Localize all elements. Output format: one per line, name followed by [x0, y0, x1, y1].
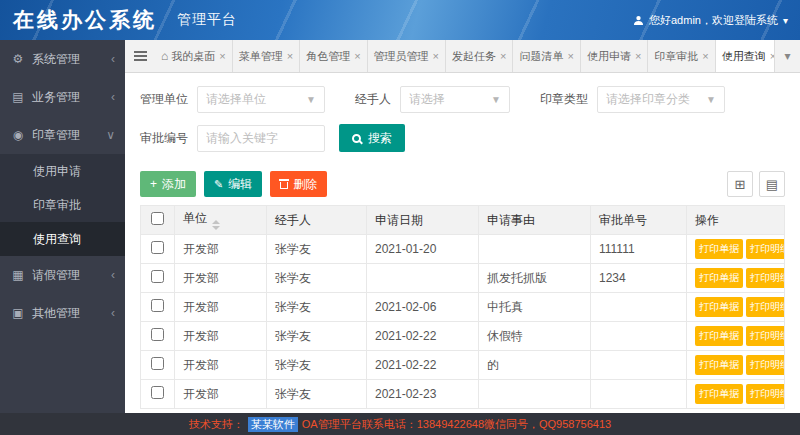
delete-button[interactable]: 删除	[270, 171, 327, 197]
select-all-checkbox[interactable]	[151, 212, 164, 225]
sidebar-item-label: 印章管理	[32, 127, 80, 144]
seal-type-select[interactable]: 请选择印章分类 ▼	[597, 86, 725, 113]
print-icon: ▤	[766, 177, 778, 192]
print-receipt-button[interactable]: 打印单据	[695, 355, 743, 375]
cell-date: 2021-02-22	[367, 351, 479, 380]
app-title: 在线办公系统	[0, 6, 157, 34]
footer-bar: 技术支持： 某某软件 OA管理平台联系电话：13849422648微信同号，QQ…	[0, 413, 800, 435]
sidebar-item-use-query[interactable]: 使用查询	[0, 222, 125, 256]
print-receipt-button[interactable]: 打印单据	[695, 297, 743, 317]
row-checkbox[interactable]	[151, 386, 164, 399]
cell-approval-no	[591, 351, 687, 380]
print-receipt-button[interactable]: 打印单据	[695, 239, 743, 259]
chevron-down-icon: ∨	[106, 128, 115, 142]
sidebar-item-business[interactable]: ▤ 业务管理 ‹	[0, 78, 125, 116]
tab-bar: ⌂ 我的桌面 × 菜单管理 × 角色管理 × 管理员管理 × 发起任务	[125, 40, 800, 73]
handler-label: 经手人	[355, 91, 391, 108]
support-prefix: 技术支持：	[189, 417, 244, 432]
sidebar: ⚙ 系统管理 ‹ ▤ 业务管理 ‹ ◉ 印章管理 ∨ 使用申请 印章审批 使用查…	[0, 40, 125, 413]
print-export-button[interactable]: ▤	[759, 171, 785, 197]
close-icon[interactable]: ×	[500, 50, 506, 62]
sidebar-item-seal[interactable]: ◉ 印章管理 ∨	[0, 116, 125, 154]
close-icon[interactable]: ×	[433, 50, 439, 62]
print-detail-button[interactable]: 打印明细	[746, 268, 785, 288]
search-button[interactable]: 搜索	[339, 124, 405, 152]
plus-icon: +	[150, 177, 157, 191]
user-menu[interactable]: 您好admin，欢迎登陆系统 ▾	[633, 13, 800, 28]
print-detail-button[interactable]: 打印明细	[746, 384, 785, 404]
print-detail-button[interactable]: 打印明细	[746, 239, 785, 259]
close-icon[interactable]: ×	[219, 50, 225, 62]
cell-unit: 开发部	[175, 380, 267, 409]
sidebar-item-system[interactable]: ⚙ 系统管理 ‹	[0, 40, 125, 78]
unit-select[interactable]: 请选择单位 ▼	[197, 86, 325, 113]
tab-role-mgmt[interactable]: 角色管理 ×	[300, 40, 367, 72]
print-detail-button[interactable]: 打印明细	[746, 297, 785, 317]
tab-issue-list[interactable]: 问题清单 ×	[513, 40, 580, 72]
cell-handler: 张学友	[267, 380, 367, 409]
cell-handler: 张学友	[267, 264, 367, 293]
cell-date: 2021-02-06	[367, 293, 479, 322]
search-icon	[352, 134, 361, 143]
print-receipt-button[interactable]: 打印单据	[695, 326, 743, 346]
vendor-name: 某某软件	[248, 417, 298, 432]
sidebar-item-use-apply[interactable]: 使用申请	[0, 154, 125, 188]
row-checkbox[interactable]	[151, 270, 164, 283]
filter-panel: 管理单位 请选择单位 ▼ 经手人 请选择 ▼ 印	[125, 73, 800, 165]
print-receipt-button[interactable]: 打印单据	[695, 268, 743, 288]
sidebar-item-other[interactable]: ▣ 其他管理 ‹	[0, 294, 125, 332]
sort-icon[interactable]	[212, 220, 220, 230]
cell-date: 2021-02-23	[367, 380, 479, 409]
unit-label: 管理单位	[140, 91, 188, 108]
cell-reason	[479, 380, 591, 409]
grid-icon: ⊞	[735, 177, 746, 192]
tab-menu-mgmt[interactable]: 菜单管理 ×	[233, 40, 300, 72]
tab-desktop[interactable]: ⌂ 我的桌面 ×	[155, 40, 233, 72]
tab-start-task[interactable]: 发起任务 ×	[446, 40, 513, 72]
close-icon[interactable]: ×	[354, 50, 360, 62]
cell-approval-no	[591, 380, 687, 409]
cell-approval-no: 111111	[591, 235, 687, 264]
cell-reason: 的	[479, 351, 591, 380]
chevron-down-icon: ▾	[783, 15, 788, 26]
cell-handler: 张学友	[267, 322, 367, 351]
handler-select[interactable]: 请选择 ▼	[400, 86, 510, 113]
approval-no-input[interactable]	[197, 125, 325, 152]
row-checkbox[interactable]	[151, 241, 164, 254]
tab-use-query[interactable]: 使用查询 ×	[716, 40, 774, 72]
cell-handler: 张学友	[267, 293, 367, 322]
close-icon[interactable]: ×	[287, 50, 293, 62]
close-icon[interactable]: ×	[567, 50, 573, 62]
close-icon[interactable]: ×	[635, 50, 641, 62]
sidebar-subitem-label: 使用查询	[33, 231, 81, 248]
sidebar-item-leave[interactable]: ▦ 请假管理 ‹	[0, 256, 125, 294]
file-icon: ▣	[10, 306, 26, 320]
table-row: 开发部 张学友 2021-01-20 111111 打印单据打印明细编辑	[141, 235, 785, 264]
sidebar-subitem-label: 印章审批	[33, 197, 81, 214]
chevron-left-icon: ‹	[111, 90, 115, 104]
close-icon[interactable]: ×	[702, 50, 708, 62]
app-subtitle: 管理平台	[177, 11, 237, 29]
tab-admin-mgmt[interactable]: 管理员管理 ×	[368, 40, 446, 72]
cell-approval-no: 1234	[591, 264, 687, 293]
tab-options-button[interactable]: ▾	[774, 40, 800, 72]
row-checkbox[interactable]	[151, 299, 164, 312]
row-checkbox[interactable]	[151, 328, 164, 341]
edit-button[interactable]: ✎ 编辑	[204, 171, 262, 197]
home-icon: ⌂	[161, 49, 168, 63]
cell-unit: 开发部	[175, 235, 267, 264]
pagination: « 1 » 到第 页 确定 共6条 15条/页 ▼	[125, 409, 800, 413]
filter-columns-button[interactable]: ⊞	[727, 171, 753, 197]
add-button[interactable]: + 添加	[140, 171, 196, 197]
print-detail-button[interactable]: 打印明细	[746, 355, 785, 375]
hamburger-icon	[134, 55, 147, 57]
sidebar-item-seal-approve[interactable]: 印章审批	[0, 188, 125, 222]
print-receipt-button[interactable]: 打印单据	[695, 384, 743, 404]
cell-unit: 开发部	[175, 264, 267, 293]
cell-reason	[479, 235, 591, 264]
tab-use-apply[interactable]: 使用申请 ×	[581, 40, 648, 72]
sidebar-collapse-button[interactable]	[125, 40, 155, 72]
tab-seal-approve[interactable]: 印章审批 ×	[648, 40, 715, 72]
row-checkbox[interactable]	[151, 357, 164, 370]
print-detail-button[interactable]: 打印明细	[746, 326, 785, 346]
